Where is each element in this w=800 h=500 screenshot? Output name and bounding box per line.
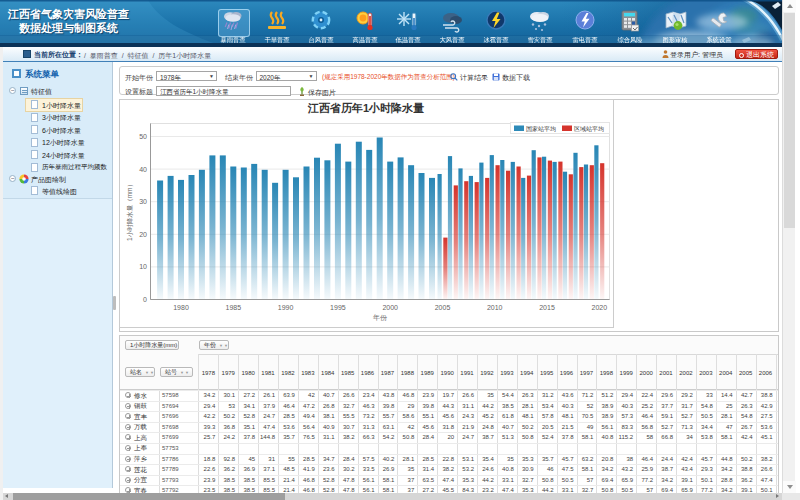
svg-text:1995: 1995	[330, 304, 346, 311]
svg-text:20: 20	[139, 231, 147, 238]
svg-text:年份: 年份	[373, 314, 388, 322]
svg-text:1985: 1985	[226, 304, 242, 311]
svg-text:2000: 2000	[382, 304, 398, 311]
svg-text:1980: 1980	[173, 304, 189, 311]
svg-text:2015: 2015	[539, 304, 555, 311]
svg-text:1990: 1990	[278, 304, 294, 311]
svg-text:2020: 2020	[592, 304, 608, 311]
svg-text:50: 50	[139, 133, 147, 140]
svg-text:国家站平均: 国家站平均	[526, 125, 556, 133]
svg-text:江西省历年1小时降水量: 江西省历年1小时降水量	[307, 102, 424, 114]
svg-text:区域站平均: 区域站平均	[574, 125, 604, 133]
svg-text:2005: 2005	[435, 304, 451, 311]
svg-text:10: 10	[139, 263, 147, 270]
svg-text:0: 0	[143, 296, 147, 303]
svg-text:30: 30	[139, 198, 147, 205]
svg-text:1小时降水量（mm）: 1小时降水量（mm）	[126, 181, 134, 241]
svg-text:2010: 2010	[487, 304, 503, 311]
svg-text:40: 40	[139, 166, 147, 173]
